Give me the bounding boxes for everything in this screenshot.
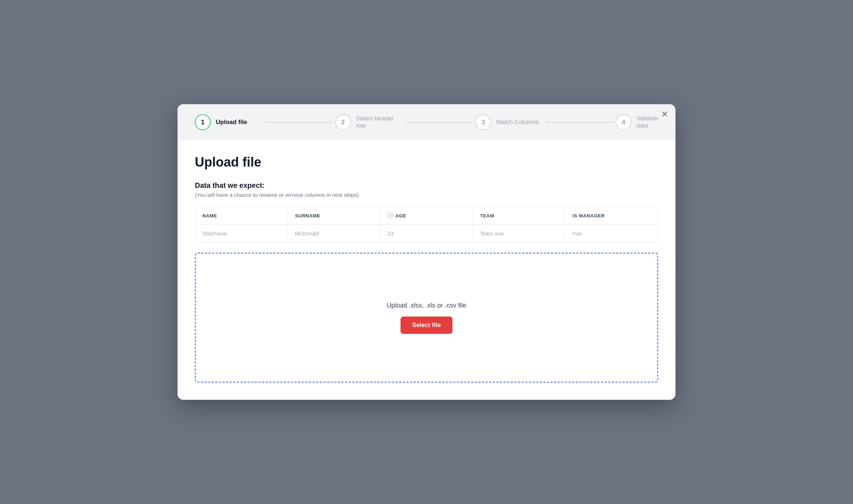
column-header-age: i AGE (380, 207, 473, 224)
step-3-label: Match Columns (496, 119, 539, 126)
step-4: 4 Validate data (616, 114, 658, 130)
dropzone-text: Upload .xlsx, .xls or .csv file (386, 302, 466, 309)
select-file-button[interactable]: Select file (401, 317, 452, 334)
connector-2-3 (405, 122, 472, 123)
column-surname-label: SURNAME (295, 213, 320, 218)
table-row: Stephanie McDonald 23 Team one true (195, 225, 658, 242)
column-team-label: TEAM (480, 213, 494, 218)
stepper-header: 1 Upload file 2 Select header row 3 Matc… (178, 104, 675, 140)
section-title: Data that we expect: (195, 181, 658, 190)
column-header-is-manager: IS MANAGER (565, 207, 658, 224)
table-header-row: NAME SURNAME i AGE TEAM IS MANAGER (195, 207, 658, 225)
column-header-team: TEAM (473, 207, 565, 224)
step-1: 1 Upload file (195, 114, 262, 130)
column-header-surname: SURNAME (288, 207, 380, 224)
step-3: 3 Match Columns (475, 114, 542, 130)
page-title: Upload file (195, 155, 658, 170)
step-2: 2 Select header row (335, 114, 402, 130)
step-3-circle: 3 (475, 114, 491, 130)
column-name-label: NAME (202, 213, 217, 218)
modal-body: Upload file Data that we expect: (You wi… (178, 140, 675, 400)
cell-surname: McDonald (288, 225, 380, 242)
step-4-label: Validate data (637, 115, 658, 129)
step-2-label: Select header row (356, 115, 402, 129)
connector-1-2 (265, 122, 332, 123)
column-header-name: NAME (195, 207, 288, 224)
cell-name: Stephanie (195, 225, 288, 242)
step-1-circle: 1 (195, 114, 211, 130)
file-dropzone[interactable]: Upload .xlsx, .xls or .csv file Select f… (195, 253, 658, 383)
data-preview-table: NAME SURNAME i AGE TEAM IS MANAGER Steph… (195, 207, 658, 243)
column-age-label: AGE (395, 213, 406, 218)
step-1-label: Upload file (216, 119, 247, 126)
cell-age: 23 (380, 225, 473, 242)
cell-is-manager: true (565, 225, 658, 242)
column-is-manager-label: IS MANAGER (573, 213, 605, 218)
modal-container: ✕ 1 Upload file 2 Select header row 3 Ma… (178, 104, 675, 400)
step-4-circle: 4 (616, 114, 631, 130)
close-button[interactable]: ✕ (661, 110, 668, 119)
section-subtitle: (You will have a chance to rename or rem… (195, 192, 658, 198)
step-2-circle: 2 (335, 114, 351, 130)
connector-3-4 (545, 122, 612, 123)
age-info-icon: i (388, 213, 393, 218)
cell-team: Team one (473, 225, 565, 242)
